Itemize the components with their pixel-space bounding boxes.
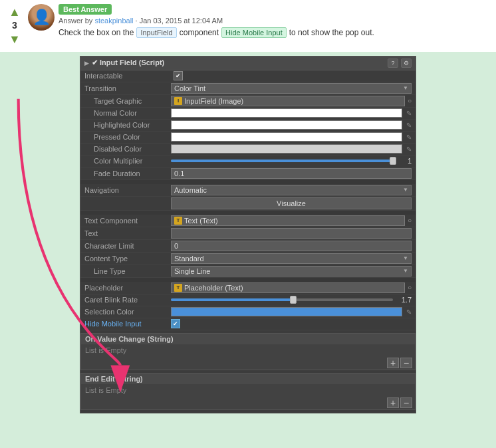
highlighted-color-field[interactable]: [171, 120, 402, 130]
pressed-color-pencil[interactable]: ✎: [406, 134, 412, 141]
settings-icon[interactable]: ⚙: [401, 58, 412, 68]
normal-color-row: Normal Color ✎: [80, 108, 416, 120]
interactable-label: Interactable: [84, 72, 171, 80]
transition-dropdown[interactable]: Color Tint ▼: [171, 83, 412, 94]
on-value-change-add[interactable]: +: [387, 358, 399, 368]
navigation-label: Navigation: [84, 186, 171, 194]
target-graphic-field[interactable]: I InputField (Image): [171, 96, 405, 106]
visualize-button[interactable]: Visualize: [171, 197, 412, 209]
text-input[interactable]: [171, 228, 412, 239]
text-row: Text: [80, 227, 416, 240]
end-edit-add[interactable]: +: [387, 397, 399, 408]
selection-color-row: Selection Color ✎: [80, 306, 416, 318]
interactable-checkbox[interactable]: ✔: [174, 71, 183, 80]
text-label: Text: [84, 229, 171, 237]
interactable-row: Interactable ✔: [80, 70, 416, 82]
highlighted-color-label: Highlighted Color: [84, 121, 171, 129]
placeholder-row: Placeholder T Placeholder (Text) ○: [80, 282, 416, 294]
character-limit-label: Character Limit: [84, 242, 171, 250]
end-edit-section: End Edit (String) List is Empty + −: [80, 373, 416, 410]
transition-row: Transition Color Tint ▼: [80, 82, 416, 95]
answer-meta: Answer by steakpinball · Jan 03, 2015 at…: [59, 17, 491, 25]
answer-text: Check the box on the InputField componen…: [59, 27, 491, 38]
on-value-change-remove[interactable]: −: [400, 358, 412, 368]
navigation-dropdown[interactable]: Automatic ▼: [171, 185, 412, 195]
caret-blink-value: 1.7: [396, 296, 412, 304]
on-value-change-section: On Value Change (String) List is Empty +…: [80, 333, 416, 370]
highlighted-color-row: Highlighted Color ✎: [80, 120, 416, 132]
selection-color-field[interactable]: [171, 307, 402, 316]
color-multiplier-slider[interactable]: [171, 160, 393, 162]
character-limit-input[interactable]: 0: [171, 241, 412, 251]
inspector-panel: ▶ ✔ Input Field (Script) ? ⚙ Interactabl…: [80, 56, 416, 413]
selection-color-pencil[interactable]: ✎: [406, 308, 412, 316]
hide-mobile-row: Hide Mobile Input ✔: [80, 318, 416, 330]
inspector-header: ▶ ✔ Input Field (Script) ? ⚙: [80, 56, 416, 70]
end-edit-remove[interactable]: −: [400, 397, 412, 408]
text-component-row: Text Component T Text (Text) ○: [80, 215, 416, 227]
content-type-row: Content Type Standard ▼: [80, 253, 416, 265]
disabled-color-field[interactable]: [171, 144, 402, 154]
pressed-color-label: Pressed Color: [84, 133, 171, 141]
on-value-change-header: On Value Change (String): [81, 334, 415, 344]
selection-color-label: Selection Color: [84, 308, 171, 316]
caret-blink-label: Caret Blink Rate: [84, 296, 171, 304]
line-type-label: Line Type: [84, 267, 171, 275]
inspector-title: ✔ Input Field (Script): [92, 58, 385, 67]
target-graphic-label: Target Graphic: [84, 97, 171, 105]
color-multiplier-label: Color Multiplier: [84, 157, 171, 165]
end-edit-header: End Edit (String): [81, 374, 415, 384]
placeholder-field[interactable]: T Placeholder (Text): [171, 282, 405, 293]
transition-label: Transition: [84, 84, 171, 92]
highlighted-color-pencil[interactable]: ✎: [406, 122, 412, 129]
normal-color-field[interactable]: [171, 108, 402, 118]
caret-blink-row: Caret Blink Rate 1.7: [80, 294, 416, 306]
line-type-dropdown[interactable]: Single Line ▼: [171, 266, 412, 277]
content-type-label: Content Type: [84, 255, 171, 263]
hide-mobile-tag: Hide Mobile Input: [221, 27, 287, 38]
fade-duration-input[interactable]: 0.1: [171, 168, 412, 179]
author-link[interactable]: steakpinball: [94, 17, 133, 25]
color-multiplier-value: 1: [396, 157, 412, 165]
inputfield-tag: InputField: [136, 27, 176, 38]
text-component-label: Text Component: [84, 217, 171, 225]
fade-duration-label: Fade Duration: [84, 169, 171, 177]
placeholder-label: Placeholder: [84, 284, 171, 292]
vote-sidebar: ▲ 3 ▼: [5, 4, 24, 47]
disabled-color-pencil[interactable]: ✎: [406, 146, 412, 153]
target-graphic-circle[interactable]: ○: [408, 97, 412, 104]
visualize-row: Visualize: [80, 197, 416, 211]
fade-duration-row: Fade Duration 0.1: [80, 168, 416, 180]
pressed-color-field[interactable]: [171, 132, 402, 142]
hide-mobile-label[interactable]: Hide Mobile Input: [84, 320, 171, 328]
expand-icon: ▶: [84, 60, 89, 66]
vote-up-icon[interactable]: ▲: [9, 5, 21, 19]
on-value-change-empty: List is Empty: [81, 344, 415, 356]
navigation-row: Navigation Automatic ▼: [80, 184, 416, 197]
vote-count: 3: [12, 19, 17, 33]
caret-blink-slider[interactable]: [171, 298, 393, 301]
text-component-field[interactable]: T Text (Text): [171, 215, 405, 226]
color-multiplier-row: Color Multiplier 1: [80, 156, 416, 168]
end-edit-empty: List is Empty: [81, 384, 415, 396]
pressed-color-row: Pressed Color ✎: [80, 132, 416, 144]
avatar: 👤: [28, 4, 55, 47]
help-icon[interactable]: ?: [388, 58, 398, 68]
post-content: Best Answer Answer by steakpinball · Jan…: [59, 4, 491, 47]
content-type-dropdown[interactable]: Standard ▼: [171, 253, 412, 264]
placeholder-circle[interactable]: ○: [408, 284, 412, 291]
normal-color-pencil[interactable]: ✎: [406, 110, 412, 117]
target-graphic-row: Target Graphic I InputField (Image) ○: [80, 95, 416, 108]
disabled-color-label: Disabled Color: [84, 145, 171, 153]
character-limit-row: Character Limit 0: [80, 240, 416, 253]
vote-down-icon[interactable]: ▼: [9, 33, 21, 47]
normal-color-label: Normal Color: [84, 109, 171, 117]
text-component-circle[interactable]: ○: [408, 217, 412, 224]
disabled-color-row: Disabled Color ✎: [80, 144, 416, 156]
best-answer-badge: Best Answer: [59, 4, 112, 15]
line-type-row: Line Type Single Line ▼: [80, 265, 416, 278]
hide-mobile-checkbox[interactable]: ✔: [171, 319, 180, 328]
